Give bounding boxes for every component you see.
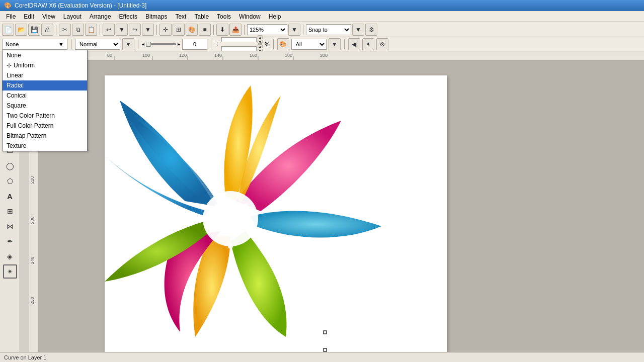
fill-option-bitmap[interactable]: Bitmap Pattern bbox=[3, 131, 87, 141]
blend-dropdown[interactable]: ▼ bbox=[122, 38, 134, 50]
new-button[interactable]: 📄 bbox=[2, 24, 14, 36]
svg-point-32 bbox=[250, 223, 256, 229]
menu-item-window[interactable]: Window bbox=[235, 12, 265, 21]
fill-type-dropdown[interactable]: None ▼ bbox=[2, 39, 67, 50]
fill-btn[interactable]: ■ bbox=[199, 24, 211, 36]
prop-sep4 bbox=[273, 39, 274, 49]
fill-option-full-color[interactable]: Full Color Pattern bbox=[3, 121, 87, 131]
fill-option-two-color[interactable]: Two Color Pattern bbox=[3, 111, 87, 121]
fill-option-label: None bbox=[7, 52, 21, 59]
menu-item-text[interactable]: Text bbox=[171, 12, 190, 21]
paste-button[interactable]: 📋 bbox=[85, 24, 97, 36]
menu-item-tools[interactable]: Tools bbox=[213, 12, 235, 21]
blend-mode-select[interactable]: Normal bbox=[75, 39, 120, 50]
menu-bar: FileEditViewLayoutArrangeEffectsBitmapsT… bbox=[0, 11, 644, 22]
flower-artwork bbox=[59, 70, 401, 352]
svg-point-29 bbox=[210, 206, 216, 212]
coord-x-input[interactable]: 271.227 bbox=[221, 37, 257, 42]
back-btn[interactable]: ◀ bbox=[348, 38, 360, 50]
menu-item-file[interactable]: File bbox=[2, 12, 20, 21]
fill-option-label: Uniform bbox=[14, 62, 35, 69]
snap-dropdown[interactable]: ▼ bbox=[352, 24, 364, 36]
status-bar: Curve on Layer 1 bbox=[0, 352, 644, 362]
fill-option-label: Bitmap Pattern bbox=[7, 132, 46, 139]
menu-item-bitmaps[interactable]: Bitmaps bbox=[141, 12, 171, 21]
text-tool[interactable]: A bbox=[3, 189, 17, 203]
coord-x-down[interactable]: ▼ bbox=[258, 40, 263, 44]
menu-item-effects[interactable]: Effects bbox=[115, 12, 141, 21]
snap-to-select[interactable]: Snap to bbox=[306, 24, 351, 35]
fill-option-label: Square bbox=[7, 102, 26, 109]
svg-rect-35 bbox=[324, 348, 327, 351]
title-text: CorelDRAW X6 (Evaluation Version) - [Unt… bbox=[15, 2, 146, 9]
fill-type-label: None bbox=[6, 41, 19, 47]
snap-settings-btn[interactable]: ⚙ bbox=[365, 24, 377, 36]
transform-btn[interactable]: ⊞ bbox=[173, 24, 185, 36]
edit-btn1[interactable]: ✦ bbox=[362, 38, 374, 50]
all-select[interactable]: All bbox=[291, 39, 327, 50]
fill-option-conical[interactable]: Conical bbox=[3, 90, 87, 101]
all-dropdown[interactable]: ▼ bbox=[329, 38, 341, 50]
cut-button[interactable]: ✂ bbox=[59, 24, 71, 36]
percent-sign: % bbox=[265, 41, 270, 47]
zoom-dropdown[interactable]: ▼ bbox=[288, 24, 300, 36]
title-bar: 🎨 CorelDRAW X6 (Evaluation Version) - [U… bbox=[0, 0, 644, 11]
coord-icon: ⊹ bbox=[215, 41, 219, 47]
svg-text:250: 250 bbox=[30, 297, 35, 304]
coord-y-input[interactable]: 0 bbox=[221, 46, 257, 51]
undo-button[interactable]: ↩ bbox=[103, 24, 115, 36]
prop-sep2 bbox=[138, 39, 138, 49]
smart-fill-tool[interactable]: ✴ bbox=[3, 264, 17, 279]
object-icon: 🎨 bbox=[277, 38, 289, 50]
menu-item-table[interactable]: Table bbox=[190, 12, 213, 21]
svg-text:160: 160 bbox=[250, 53, 257, 58]
save-button[interactable]: 💾 bbox=[28, 24, 40, 36]
status-text: Curve on Layer 1 bbox=[4, 354, 46, 360]
uniform-icon: ⊹ bbox=[7, 62, 12, 69]
parallel-tool[interactable]: ⋈ bbox=[3, 219, 17, 233]
fill-option-none[interactable]: None bbox=[3, 50, 87, 60]
toolbar-sep4 bbox=[213, 25, 214, 35]
coord-x-up[interactable]: ▲ bbox=[258, 35, 263, 39]
main-toolbar: 📄 📂 💾 🖨 ✂ ⧉ 📋 ↩ ▼ ↪ ▼ ✛ ⊞ 🎨 ■ ⬇ 📤 125% 1… bbox=[0, 22, 644, 37]
import-btn[interactable]: ⬇ bbox=[216, 24, 228, 36]
open-button[interactable]: 📂 bbox=[15, 24, 27, 36]
edit-btn2[interactable]: ⊗ bbox=[376, 38, 388, 50]
menu-item-edit[interactable]: Edit bbox=[20, 12, 38, 21]
eyedropper-tool[interactable]: ✒ bbox=[3, 234, 17, 248]
svg-text:200: 200 bbox=[320, 53, 328, 58]
prop-sep5 bbox=[344, 39, 345, 49]
fill-option-uniform[interactable]: ⊹ Uniform bbox=[3, 60, 87, 70]
redo-dropdown[interactable]: ▼ bbox=[142, 24, 154, 36]
fill-type-container: None ▼ None⊹ UniformLinearRadialConicalS… bbox=[2, 39, 67, 50]
toolbar-sep1 bbox=[56, 25, 56, 35]
svg-point-28 bbox=[203, 191, 258, 246]
print-button[interactable]: 🖨 bbox=[41, 24, 53, 36]
menu-item-view[interactable]: View bbox=[38, 12, 59, 21]
fill-option-square[interactable]: Square bbox=[3, 101, 87, 111]
interactive-fill-tool[interactable]: ◈ bbox=[3, 249, 17, 263]
undo-dropdown[interactable]: ▼ bbox=[116, 24, 128, 36]
fill-option-radial[interactable]: Radial bbox=[3, 80, 87, 90]
svg-point-30 bbox=[243, 204, 248, 209]
copy-button[interactable]: ⧉ bbox=[72, 24, 84, 36]
menu-item-help[interactable]: Help bbox=[265, 12, 285, 21]
main-area: ✂ 🔍 ✏ ⌒ ▭ ◯ ⬠ A ⊞ ⋈ ✒ ◈ ✴ 40 60 80 100 bbox=[0, 51, 644, 352]
pick-tool-btn[interactable]: ✛ bbox=[159, 24, 172, 36]
table-tool[interactable]: ⊞ bbox=[3, 204, 17, 218]
fill-option-linear[interactable]: Linear bbox=[3, 70, 87, 80]
toolbar-sep6 bbox=[303, 25, 303, 35]
redo-button[interactable]: ↪ bbox=[129, 24, 141, 36]
zoom-select[interactable]: 125% 100% 75% 50% bbox=[247, 24, 287, 35]
export-btn[interactable]: 📤 bbox=[229, 24, 242, 36]
svg-point-31 bbox=[204, 223, 211, 230]
polygon-tool[interactable]: ⬠ bbox=[3, 174, 17, 188]
opacity-input[interactable]: 0 bbox=[182, 39, 207, 50]
color-btn[interactable]: 🎨 bbox=[186, 24, 198, 36]
fill-option-texture[interactable]: Texture bbox=[3, 141, 87, 151]
menu-item-arrange[interactable]: Arrange bbox=[86, 12, 115, 21]
ellipse-tool[interactable]: ◯ bbox=[3, 159, 17, 173]
fill-option-label: Conical bbox=[7, 92, 27, 99]
menu-item-layout[interactable]: Layout bbox=[59, 12, 86, 21]
coord-y-up[interactable]: ▲ bbox=[258, 44, 263, 48]
